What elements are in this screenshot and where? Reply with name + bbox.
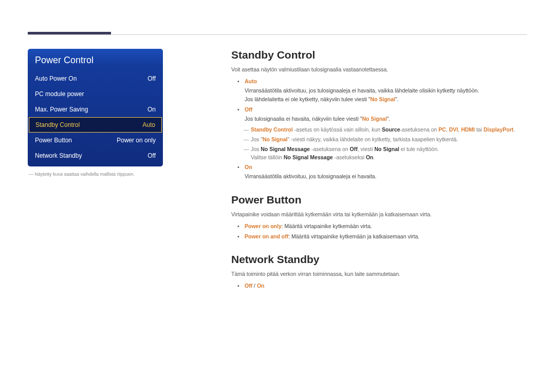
option-text: Virransäästötila aktivoituu, jos tulosig… [245, 87, 479, 94]
menu-footnote: ― Näytetty kuva saattaa vaihdella mallis… [29, 172, 208, 177]
section-title-standby: Standby Control [231, 49, 527, 61]
menu-item-label: PC module power [35, 90, 84, 98]
menu-item-label: Power Button [35, 137, 72, 144]
powerbtn-option-on-off: Power on and off: Määritä virtapainike k… [245, 232, 527, 241]
option-label: On [245, 164, 252, 170]
standby-intro: Voit asettaa näytön valmiustilaan tulosi… [231, 65, 527, 74]
menu-item-label: Standby Control [35, 121, 80, 128]
network-intro: Tämä toiminto pitää verkon virran toimin… [231, 270, 527, 278]
powerbtn-option-on-only: Power on only: Määritä virtapainike kytk… [245, 222, 527, 231]
standby-options-list: Auto Virransäästötila aktivoituu, jos tu… [231, 77, 527, 181]
option-text: Jos lähdelaitetta ei ole kytketty, näkyv… [245, 96, 399, 102]
standby-option-off: Off Jos tulosignaalia ei havaita, näkyvi… [245, 105, 527, 162]
page-content: Power Control Auto Power On Off PC modul… [28, 49, 527, 292]
menu-item-standby-control[interactable]: Standby Control Auto [29, 117, 162, 133]
menu-title: Power Control [28, 49, 163, 71]
section-title-power-button: Power Button [231, 194, 527, 206]
menu-item-value: On [147, 106, 156, 113]
standby-option-on: On Virransäästötila aktivoituu, jos tulo… [245, 163, 527, 181]
menu-item-network-standby[interactable]: Network Standby Off [28, 148, 163, 163]
menu-item-power-button[interactable]: Power Button Power on only [28, 133, 163, 148]
network-option-off-on: Off / On [245, 282, 527, 291]
left-column: Power Control Auto Power On Off PC modul… [28, 49, 208, 292]
option-text: Jos tulosignaalia ei havaita, näkyviin t… [245, 116, 391, 122]
note-line: Jos No Signal Message -asetuksena on Off… [251, 145, 527, 162]
powerbtn-options-list: Power on only: Määritä virtapainike kytk… [231, 222, 527, 241]
standby-off-notes: Standby Control -asetus on käytössä vain… [245, 125, 527, 162]
option-text: Virransäästötila aktivoituu, jos tulosig… [245, 173, 377, 179]
header-divider [28, 34, 527, 35]
menu-item-label: Max. Power Saving [35, 106, 88, 113]
menu-item-value: Auto [142, 121, 155, 128]
menu-item-label: Network Standby [35, 152, 82, 159]
menu-item-value: Power on only [117, 137, 156, 144]
menu-item-value: Off [147, 75, 156, 82]
right-column: Standby Control Voit asettaa näytön valm… [231, 49, 527, 292]
menu-item-max-power-saving[interactable]: Max. Power Saving On [28, 102, 163, 117]
network-options-list: Off / On [231, 282, 527, 291]
menu-item-label: Auto Power On [35, 75, 77, 82]
note-line: Jos "No Signal" -viesti näkyy, vaikka lä… [251, 135, 527, 144]
standby-option-auto: Auto Virransäästötila aktivoituu, jos tu… [245, 77, 527, 105]
option-label: Auto [245, 78, 257, 84]
section-title-network-standby: Network Standby [231, 253, 527, 266]
menu-item-value: Off [147, 152, 156, 159]
note-line: Standby Control -asetus on käytössä vain… [251, 125, 527, 134]
powerbtn-intro: Virtapainike voidaan määrittää kytkemään… [231, 210, 527, 219]
option-label: Off [245, 106, 252, 113]
menu-item-auto-power-on[interactable]: Auto Power On Off [28, 71, 163, 86]
menu-item-pc-module-power[interactable]: PC module power [28, 86, 163, 102]
power-control-menu: Power Control Auto Power On Off PC modul… [28, 49, 163, 166]
